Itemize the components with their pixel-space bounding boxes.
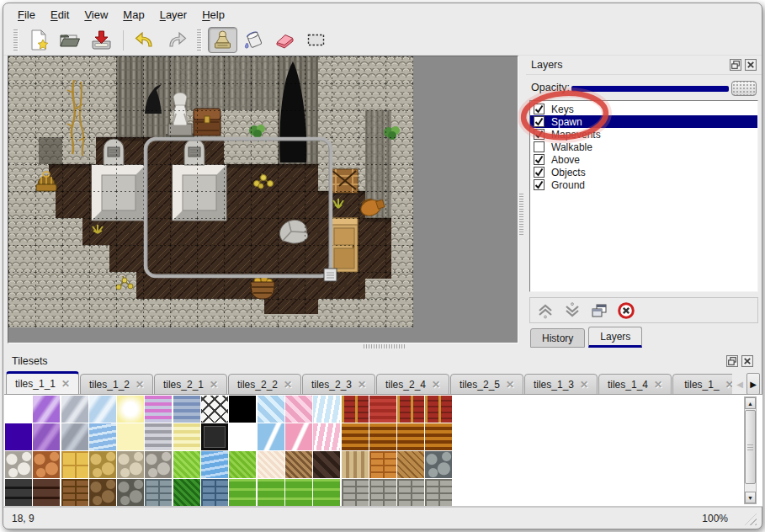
scroll-tabs-left-icon[interactable]: ◀	[733, 373, 746, 395]
opacity-slider-handle[interactable]	[731, 81, 757, 96]
eraser-tool-button[interactable]	[270, 27, 300, 53]
selection-resize-handle[interactable]	[324, 269, 337, 281]
palette-tile-3-14[interactable]	[397, 479, 424, 506]
tileset-tab-tiles_1_3[interactable]: tiles_1_3✕	[524, 374, 598, 395]
palette-tile-1-1[interactable]	[33, 423, 60, 450]
palette-tile-2-6[interactable]	[173, 451, 200, 478]
close-tab-icon[interactable]: ✕	[61, 378, 70, 390]
palette-tile-1-8[interactable]	[229, 423, 256, 450]
tileset-tab-tiles_1_2[interactable]: tiles_1_2✕	[80, 374, 153, 395]
palette-tile-0-14[interactable]	[397, 396, 424, 423]
checked-checkbox-icon[interactable]	[534, 116, 545, 127]
scroll-up-icon[interactable]: ▲	[745, 397, 756, 409]
tileset-tab-tiles_1_4[interactable]: tiles_1_4✕	[598, 374, 672, 395]
checked-checkbox-icon[interactable]	[534, 104, 545, 114]
checked-checkbox-icon[interactable]	[534, 154, 545, 165]
tileset-tab-tiles_1_1[interactable]: tiles_1_1✕	[6, 371, 79, 395]
palette-tile-0-11[interactable]	[313, 396, 340, 423]
toolbar-handle[interactable]	[197, 29, 202, 51]
palette-tile-3-8[interactable]	[229, 479, 256, 506]
palette-tile-3-3[interactable]	[89, 479, 116, 506]
redo-button[interactable]	[162, 27, 191, 53]
palette-tile-2-7[interactable]	[201, 451, 228, 478]
stamp-tool-button[interactable]	[208, 27, 237, 53]
palette-tile-1-14[interactable]	[397, 423, 424, 450]
palette-tile-1-10[interactable]	[285, 423, 312, 450]
save-file-button[interactable]	[87, 27, 116, 53]
palette-tile-3-12[interactable]	[342, 479, 369, 506]
tileset-tab-tiles_2_2[interactable]: tiles_2_2✕	[228, 374, 301, 395]
map-view[interactable]	[8, 56, 518, 343]
map-canvas[interactable]	[8, 56, 413, 327]
close-tab-icon[interactable]: ✕	[654, 379, 662, 391]
palette-tile-0-7[interactable]	[201, 396, 228, 423]
palette-tile-0-6[interactable]	[173, 396, 200, 423]
delete-layer-button[interactable]	[615, 300, 636, 321]
palette-tile-1-11[interactable]	[313, 423, 340, 450]
tileset-tab-tiles_2_3[interactable]: tiles_2_3✕	[302, 374, 375, 395]
palette-tile-2-8[interactable]	[229, 451, 256, 478]
unchecked-checkbox-icon[interactable]	[534, 141, 545, 152]
float-panel-icon[interactable]	[730, 59, 741, 71]
palette-tile-1-5[interactable]	[145, 423, 172, 450]
toolbar-handle[interactable]	[13, 29, 19, 51]
palette-tile-2-4[interactable]	[117, 451, 144, 478]
layer-row-walkable[interactable]: Walkable	[530, 141, 757, 153]
duplicate-layer-button[interactable]	[588, 300, 609, 321]
palette-tile-2-11[interactable]	[313, 451, 340, 478]
layer-row-keys[interactable]: Keys	[530, 103, 757, 115]
palette-tile-2-2[interactable]	[61, 451, 88, 478]
tileset-tab-tiles_2_5[interactable]: tiles_2_5✕	[450, 374, 523, 395]
raise-layer-button[interactable]	[534, 300, 555, 321]
palette-tile-2-12[interactable]	[342, 451, 369, 478]
checked-checkbox-icon[interactable]	[534, 129, 545, 140]
select-tool-button[interactable]	[301, 27, 331, 53]
palette-tile-2-1[interactable]	[33, 451, 60, 478]
palette-tile-0-13[interactable]	[369, 396, 396, 423]
palette-tile-3-15[interactable]	[425, 479, 452, 506]
palette-tile-0-12[interactable]	[342, 396, 369, 423]
palette-tile-3-0[interactable]	[5, 479, 32, 506]
close-tab-icon[interactable]: ✕	[358, 379, 366, 391]
layer-row-spawn[interactable]: Spawn	[530, 115, 757, 128]
palette-scrollbar[interactable]: ▲ ▼	[744, 396, 757, 504]
palette-tile-0-1[interactable]	[33, 396, 60, 423]
scroll-tabs-right-icon[interactable]: ▶	[746, 373, 760, 395]
palette-tile-1-0[interactable]	[5, 423, 32, 450]
palette-tile-1-3[interactable]	[89, 423, 116, 450]
checked-checkbox-icon[interactable]	[534, 167, 545, 178]
scrollbar-thumb[interactable]	[745, 410, 756, 484]
palette-tile-3-6[interactable]	[173, 479, 200, 506]
menu-layer[interactable]: Layer	[152, 6, 195, 24]
palette-tile-3-1[interactable]	[33, 479, 60, 506]
close-tab-icon[interactable]: ✕	[725, 379, 732, 391]
palette-tile-3-11[interactable]	[313, 479, 340, 506]
horizontal-splitter[interactable]	[364, 344, 406, 348]
dock-tab-history[interactable]: History	[530, 328, 585, 348]
palette-tile-2-0[interactable]	[5, 451, 32, 478]
palette-tile-1-9[interactable]	[258, 423, 284, 450]
tileset-tab-tiles_1_[interactable]: tiles_1_✕	[672, 374, 732, 395]
tileset-tab-tiles_2_1[interactable]: tiles_2_1✕	[154, 374, 227, 395]
palette-tile-2-14[interactable]	[397, 451, 424, 478]
scroll-down-icon[interactable]: ▼	[745, 492, 756, 503]
vertical-splitter[interactable]	[519, 194, 523, 236]
palette-tile-0-5[interactable]	[145, 396, 172, 423]
dock-tab-layers[interactable]: Layers	[588, 327, 642, 348]
menu-file[interactable]: File	[10, 6, 43, 24]
palette-tile-3-7[interactable]	[201, 479, 228, 506]
palette-tile-3-5[interactable]	[145, 479, 172, 506]
palette-tile-2-10[interactable]	[285, 451, 312, 478]
close-panel-icon[interactable]	[741, 355, 753, 367]
palette-tile-1-15[interactable]	[425, 423, 452, 450]
resize-grip[interactable]	[745, 513, 757, 525]
palette-tile-0-0[interactable]	[5, 396, 32, 423]
palette-tile-0-2[interactable]	[61, 396, 88, 423]
close-tab-icon[interactable]: ✕	[284, 379, 292, 391]
palette-tile-2-9[interactable]	[258, 451, 284, 478]
close-tab-icon[interactable]: ✕	[210, 379, 218, 391]
palette-tile-0-4[interactable]	[117, 396, 144, 423]
close-panel-icon[interactable]	[745, 59, 757, 71]
layer-row-above[interactable]: Above	[530, 153, 757, 166]
close-tab-icon[interactable]: ✕	[432, 379, 440, 391]
